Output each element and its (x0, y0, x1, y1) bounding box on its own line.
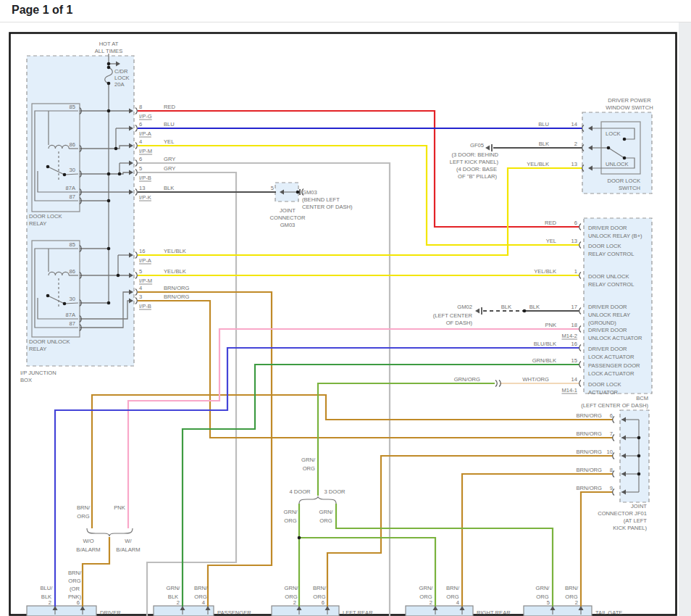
diagram-label: 8 (139, 104, 142, 110)
diagram-label: UNLOCK ACTUATOR (588, 335, 642, 341)
diagram-label: GRN/ (419, 585, 434, 591)
diagram-label: BRN/ (194, 585, 208, 591)
page-header: Page 1 of 1 (0, 0, 691, 22)
diagram-label: I/P-K (139, 194, 151, 201)
page-title: Page 1 of 1 (0, 0, 691, 17)
diagram-label: JOINT (631, 503, 647, 509)
junction-dot (107, 66, 111, 70)
diagram-label: GRN/ (285, 585, 299, 591)
diagram-label: (3 DOOR: BEHIND (451, 151, 498, 158)
diagram-label: TAIL GATE (595, 609, 622, 616)
diagram-label: (GROUND) (588, 320, 616, 326)
diagram-label: (LEFT CENTER OF DASH) (581, 402, 648, 409)
diagram-label: 2 (430, 599, 432, 606)
diagram-label: PASSENGER DOOR (588, 362, 640, 369)
diagram-label: RED (164, 104, 176, 110)
diagram-label: JOINT (280, 207, 296, 214)
junction-dot (107, 199, 111, 203)
diagram-label: 6 (77, 599, 80, 606)
diagram-label: 6 (574, 220, 577, 226)
diagram-label: GM03 (302, 189, 317, 196)
diagram-label: BLU/ (41, 585, 54, 591)
diagram-label: ORG (194, 594, 206, 600)
diagram-label: BLU (538, 121, 549, 128)
diagram-label: BRN/ORG (577, 485, 603, 491)
diagram-label: YEL/BLK (527, 161, 549, 167)
diagram-label: OF "B" PILLAR) (458, 173, 497, 180)
junction-dot (107, 82, 111, 86)
diagram-label: (AT LEFT (624, 517, 648, 524)
diagram-label: 5 (271, 185, 274, 191)
diagram-label: ORG (68, 578, 80, 584)
diagram-label: BLK (539, 141, 549, 147)
passenger-connector-box (154, 606, 214, 616)
diagram-label: LOCK ACTUATOR (588, 370, 635, 377)
diagram-label: 5 (139, 268, 142, 275)
diagram-label: 18 (571, 322, 577, 328)
diagram-label: SWITCH (619, 185, 640, 191)
diagram-label: GRN/ (536, 585, 550, 591)
diagram-label: BLK (501, 304, 511, 310)
diagram-label: 14 (571, 376, 577, 383)
diagram-label: 4 DOOR (289, 488, 311, 495)
diagram-label: YEL (164, 138, 174, 145)
diagram-label: 87 (70, 320, 75, 327)
diagram-label: M14-1 (561, 387, 577, 394)
diagram-label: LOCK (114, 75, 130, 81)
diagram-label: GRN/BLK (532, 357, 556, 364)
diagram-label: UNLOCK (606, 161, 629, 167)
diagram-label: M14-2 (561, 333, 577, 339)
diagram-label: 13 (139, 185, 145, 191)
diagram-label: DOOR LOCK (588, 381, 621, 388)
diagram-label: DOOR UNLOCK (588, 273, 629, 280)
diagram-label: GRN/ (301, 457, 316, 463)
diagram-label: I/P-B (139, 303, 151, 309)
diagram-label: UNLOCK RELAY (588, 312, 630, 318)
junction-dot (637, 473, 641, 476)
diagram-label: CONNECTOR (270, 215, 306, 221)
diagram-label: I/P-B (139, 175, 151, 181)
diagram-label: GRY (164, 156, 175, 162)
diagram-label: DOOR LOCK (607, 178, 640, 184)
junction-dot (114, 147, 118, 151)
driver-connector-box (27, 606, 96, 616)
diagram-label: BRN/ORG (164, 285, 190, 291)
diagram-label: BRN/ORG (577, 449, 603, 455)
diagram-label: 17 (571, 304, 577, 310)
diagram-label: DOOR LOCK (29, 213, 62, 220)
diagram-label: 4 (139, 138, 142, 145)
diagram-label: 1 (574, 268, 577, 275)
diagram-label: YEL/BLK (164, 268, 186, 275)
diagram-label: CENTER OF DASH) (302, 204, 353, 210)
diagram-label: BLK (164, 185, 174, 191)
diagram-label: BLU (164, 121, 175, 128)
junction-dot (623, 138, 627, 141)
diagram-label: ACTUATOR (588, 389, 619, 396)
diagram-label: 6 (610, 412, 613, 419)
diagram-label: 4 (456, 599, 459, 606)
diagram-label: C/DR (114, 68, 128, 75)
diagram-label: W/O (83, 538, 93, 544)
diagram-label: 3 DOOR (324, 488, 346, 495)
wiring-diagram: HOT ATALL TIMESC/DRLOCK20A85863087A87858… (0, 0, 691, 616)
diagram-label: BLU/BLK (534, 341, 556, 347)
diagram-label: 9 (610, 485, 613, 491)
diagram-label: ALL TIMES (95, 48, 122, 54)
diagram-label: LEFT KICK PANEL) (450, 159, 499, 165)
diagram-label: YEL (546, 238, 556, 244)
diagram-label: DRIVER DOOR (588, 327, 627, 333)
diagram-label: 5 (547, 599, 550, 606)
diagram-label: LOCK (606, 130, 621, 137)
diagram-label: DOOR LOCK (588, 243, 621, 249)
diagram-label: 2 (177, 599, 180, 606)
diagram-label: GRN/ (284, 509, 298, 515)
diagram-label: BRN/ (446, 585, 460, 591)
diagram-label: HOT AT (99, 41, 119, 47)
junction-dot (637, 436, 641, 440)
diagram-label: 2 (575, 599, 578, 606)
diagram-label: GM03 (280, 222, 296, 228)
junction-dot (63, 173, 67, 177)
diagram-label: ORG (319, 517, 332, 524)
junction-dot (117, 274, 120, 278)
diagram-label: 6 (139, 156, 142, 162)
